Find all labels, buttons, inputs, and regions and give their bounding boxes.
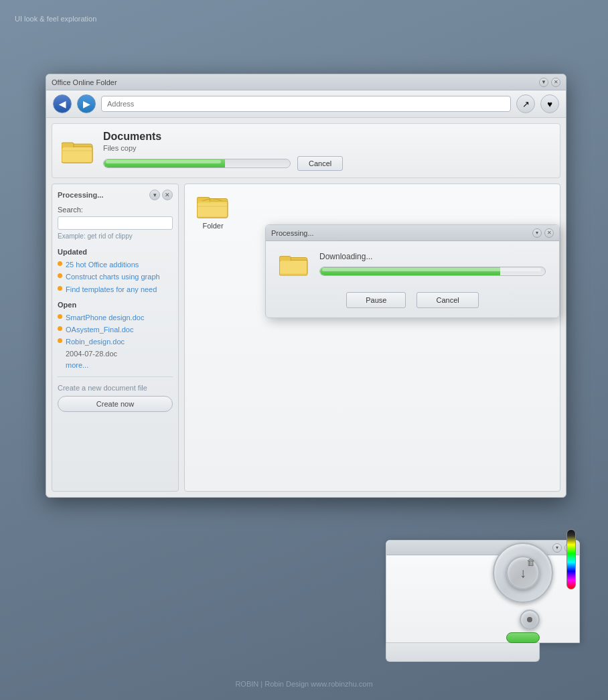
dialog-info: Downloading... bbox=[319, 252, 546, 276]
create-now-button[interactable]: Create now bbox=[58, 396, 173, 412]
sidebar: Processing... ▾ ✕ Search: Example: get r… bbox=[52, 184, 179, 492]
svg-rect-10 bbox=[198, 201, 227, 204]
sidebar-minimize-btn[interactable]: ▾ bbox=[149, 190, 160, 200]
back-button[interactable]: ◀ bbox=[53, 94, 72, 113]
list-text: Robin_design.doc bbox=[66, 337, 125, 346]
circ-dot-icon bbox=[527, 617, 532, 622]
folder-icon-medium bbox=[197, 192, 229, 219]
folder-item[interactable]: Folder bbox=[193, 192, 233, 230]
svg-rect-2 bbox=[62, 143, 74, 148]
folder-icon-small bbox=[279, 252, 309, 276]
circ-small-ring[interactable] bbox=[520, 610, 540, 630]
window-title: Office Online Folder bbox=[52, 78, 117, 86]
search-label: Search: bbox=[58, 206, 173, 214]
updated-label: Updated bbox=[58, 248, 173, 256]
dialog-close-btn[interactable]: ✕ bbox=[544, 228, 554, 238]
color-strip[interactable] bbox=[566, 529, 576, 589]
sidebar-close-btn[interactable]: ✕ bbox=[162, 190, 173, 200]
bullet-icon bbox=[58, 338, 62, 343]
address-bar[interactable]: Address bbox=[101, 96, 511, 112]
list-text: Find templates for any need bbox=[66, 285, 157, 294]
main-window: Office Online Folder ▼ ✕ ◀ ▶ Address ↗ ♥… bbox=[46, 74, 566, 498]
docs-title: Documents bbox=[103, 131, 550, 143]
pause-button[interactable]: Pause bbox=[346, 292, 406, 308]
window-titlebar: Office Online Folder ▼ ✕ bbox=[46, 74, 566, 90]
dialog-progress-track bbox=[319, 267, 546, 276]
file-area: Folder Processing... ▾ ✕ bbox=[184, 184, 560, 492]
bullet-icon bbox=[58, 286, 62, 291]
svg-rect-3 bbox=[62, 147, 92, 162]
list-item[interactable]: Robin_design.doc bbox=[58, 337, 173, 346]
search-input[interactable] bbox=[58, 216, 173, 230]
svg-rect-8 bbox=[198, 202, 227, 216]
divider bbox=[58, 376, 173, 377]
list-text-gray: 2004-07-28.doc bbox=[66, 350, 117, 358]
dialog-minimize-btn[interactable]: ▾ bbox=[532, 228, 542, 238]
list-text: 25 hot Office additions bbox=[66, 260, 139, 269]
docs-progress-track bbox=[103, 159, 291, 168]
folder-icon-large bbox=[62, 137, 94, 164]
float-widget: ▾ ✕ ↓ 🗑 bbox=[386, 540, 580, 643]
bullet-icon bbox=[58, 326, 62, 331]
float-panel-tab bbox=[386, 643, 540, 662]
window-controls: ▼ ✕ bbox=[539, 78, 560, 87]
forward-button[interactable]: ▶ bbox=[77, 94, 96, 113]
docs-progress-wrap: Cancel bbox=[103, 156, 550, 171]
docs-info: Documents Files copy Cancel bbox=[103, 131, 550, 171]
processing-dialog: Processing... ▾ ✕ Downloading... bbox=[265, 224, 560, 318]
svg-rect-14 bbox=[280, 261, 307, 273]
trash-button[interactable]: 🗑 bbox=[523, 555, 538, 569]
search-example: Example: get rid of clippy bbox=[58, 232, 173, 240]
dialog-titlebar: Processing... ▾ ✕ bbox=[266, 225, 559, 241]
bullet-icon bbox=[58, 261, 62, 266]
sidebar-controls: ▾ ✕ bbox=[149, 190, 173, 200]
list-text: OAsystem_Final.doc bbox=[66, 325, 133, 334]
circ-bottom-strip bbox=[506, 632, 540, 643]
sidebar-title: Processing... bbox=[58, 191, 103, 199]
list-item[interactable]: 25 hot Office additions bbox=[58, 260, 173, 269]
window-close-btn[interactable]: ✕ bbox=[551, 78, 560, 87]
list-item[interactable]: Find templates for any need bbox=[58, 285, 173, 294]
circular-control: ↓ 🗑 bbox=[486, 509, 580, 643]
documents-area: Documents Files copy Cancel bbox=[52, 123, 560, 178]
list-item: 2004-07-28.doc bbox=[58, 350, 173, 358]
list-item[interactable]: SmartPhone design.doc bbox=[58, 313, 173, 322]
dialog-status: Downloading... bbox=[319, 252, 546, 261]
list-text: SmartPhone design.doc bbox=[66, 313, 144, 322]
toolbar: ◀ ▶ Address ↗ ♥ bbox=[46, 90, 566, 118]
cancel-button[interactable]: Cancel bbox=[416, 292, 478, 308]
favorite-button[interactable]: ♥ bbox=[540, 94, 559, 113]
dialog-controls: ▾ ✕ bbox=[532, 228, 554, 238]
sidebar-header: Processing... ▾ ✕ bbox=[58, 190, 173, 200]
docs-progress-fill bbox=[104, 159, 225, 167]
list-text: Construct charts using graph bbox=[66, 272, 160, 281]
list-item[interactable]: Construct charts using graph bbox=[58, 272, 173, 281]
footer: ROBIN | Robin Design www.robinzhu.com bbox=[0, 680, 608, 688]
create-label: Create a new document file bbox=[58, 384, 173, 392]
share-button[interactable]: ↗ bbox=[516, 94, 535, 113]
docs-subtitle: Files copy bbox=[103, 144, 550, 152]
dialog-title: Processing... bbox=[271, 229, 314, 237]
list-item[interactable]: OAsystem_Final.doc bbox=[58, 325, 173, 334]
bullet-icon bbox=[58, 273, 62, 278]
docs-cancel-button[interactable]: Cancel bbox=[297, 156, 343, 171]
dialog-progress-fill bbox=[320, 267, 500, 275]
window-minimize-btn[interactable]: ▼ bbox=[539, 78, 548, 87]
bullet-icon bbox=[58, 314, 62, 319]
open-label: Open bbox=[58, 301, 173, 309]
page-title: UI look & feel exploration bbox=[15, 15, 96, 23]
svg-rect-13 bbox=[279, 257, 291, 262]
dialog-buttons: Pause Cancel bbox=[266, 287, 559, 318]
list-item[interactable]: more... bbox=[58, 360, 173, 370]
dialog-content: Downloading... bbox=[266, 241, 559, 287]
more-link[interactable]: more... bbox=[66, 360, 88, 370]
content-area: Processing... ▾ ✕ Search: Example: get r… bbox=[52, 184, 560, 492]
folder-label: Folder bbox=[202, 222, 223, 230]
